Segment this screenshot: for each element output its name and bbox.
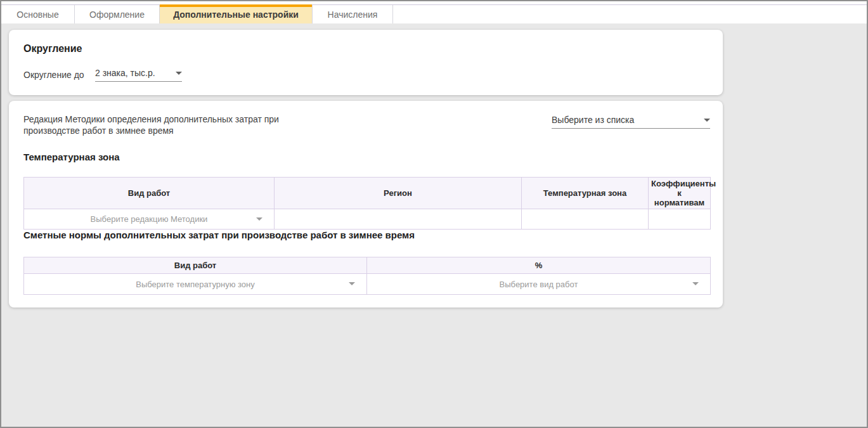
- tab-main[interactable]: Основные: [1, 5, 75, 23]
- chevron-down-icon: [176, 72, 182, 75]
- winter-settings-card: Редакция Методики определения дополнител…: [9, 101, 723, 308]
- temperature-zone-table: Вид работ Регион Температурная зона Коэф…: [23, 177, 711, 230]
- rounding-label: Округление до: [23, 70, 84, 80]
- winter-norms-row: Выберите температурную зону Выберите вид…: [24, 274, 711, 295]
- chevron-down-icon: [349, 282, 355, 285]
- column-header-region: Регион: [275, 178, 522, 209]
- tab-appearance-label: Оформление: [89, 10, 145, 20]
- column-header-work-type: Вид работ: [24, 257, 367, 274]
- column-header-work-type: Вид работ: [24, 178, 275, 209]
- methodology-edition-select[interactable]: Выберите редакцию Методики: [24, 209, 274, 229]
- column-header-coefficients: Коэффициенты к нормативам: [649, 178, 711, 209]
- tab-main-label: Основные: [16, 10, 58, 20]
- tab-additional-settings-label: Дополнительные настройки: [173, 10, 299, 20]
- tab-accruals-label: Начисления: [328, 10, 378, 20]
- methodology-select[interactable]: Выберите из списка: [552, 115, 710, 129]
- temperature-zone-select[interactable]: Выберите температурную зону: [24, 274, 366, 294]
- methodology-label: Редакция Методики определения дополнител…: [23, 113, 302, 136]
- tab-accruals[interactable]: Начисления: [313, 5, 393, 23]
- methodology-select-placeholder: Выберите из списка: [552, 115, 634, 125]
- settings-window: Основные Оформление Дополнительные настр…: [0, 0, 868, 428]
- column-header-temperature-zone: Температурная зона: [522, 178, 649, 209]
- tab-bar: Основные Оформление Дополнительные настр…: [1, 4, 867, 23]
- chevron-down-icon: [692, 282, 699, 285]
- temperature-zone-title: Температурная зона: [23, 152, 120, 162]
- temperature-zone-header-row: Вид работ Регион Температурная зона Коэф…: [24, 178, 711, 209]
- winter-norms-title: Сметные нормы дополнительных затрат при …: [23, 230, 415, 240]
- winter-norms-table: Вид работ % Выберите температурную зону …: [23, 257, 711, 295]
- temperature-zone-row: Выберите редакцию Методики: [24, 209, 711, 230]
- rounding-select-value: 2 знака, тыс.р.: [95, 68, 155, 78]
- work-type-select[interactable]: Выберите вид работ: [367, 274, 710, 294]
- chevron-down-icon: [704, 119, 710, 122]
- coefficients-cell-empty: [649, 209, 711, 230]
- chevron-down-icon: [256, 217, 262, 221]
- winter-norms-header-row: Вид работ %: [24, 257, 711, 274]
- rounding-card: Округление Округление до 2 знака, тыс.р.: [9, 30, 723, 95]
- methodology-edition-placeholder: Выберите редакцию Методики: [91, 214, 208, 224]
- temperature-zone-cell-empty: [522, 209, 649, 230]
- temperature-zone-select-placeholder: Выберите температурную зону: [136, 280, 255, 289]
- rounding-select[interactable]: 2 знака, тыс.р.: [95, 68, 182, 82]
- region-cell-empty: [275, 209, 522, 230]
- work-type-select-placeholder: Выберите вид работ: [500, 280, 578, 289]
- tab-appearance[interactable]: Оформление: [75, 5, 160, 23]
- column-header-percent: %: [367, 257, 711, 274]
- rounding-card-title: Округление: [23, 43, 82, 55]
- tab-additional-settings[interactable]: Дополнительные настройки: [160, 5, 313, 23]
